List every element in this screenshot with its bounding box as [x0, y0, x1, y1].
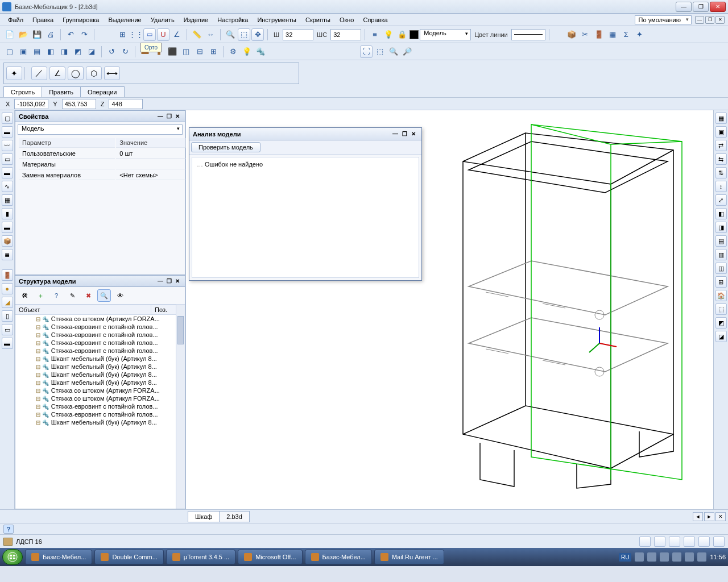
props-max-icon[interactable]: ❐ — [165, 113, 173, 119]
width-input[interactable] — [283, 29, 313, 40]
dimension-icon[interactable]: ↔ — [204, 28, 217, 41]
vp-zoom-region-icon[interactable]: ⬚ — [374, 45, 386, 58]
preset-combo[interactable]: По умолчанию — [635, 15, 692, 24]
polygon-tool-icon[interactable]: ⬡ — [86, 66, 102, 80]
rr-13-icon[interactable]: ⊞ — [715, 276, 727, 288]
rail-curve-icon[interactable]: ∿ — [2, 181, 13, 192]
x-input[interactable] — [14, 99, 48, 109]
rr-12-icon[interactable]: ◫ — [715, 263, 727, 274]
rail-countertop-icon[interactable]: ▭ — [2, 324, 13, 335]
rail-edge-icon[interactable]: 〰 — [2, 140, 13, 151]
struct-close-icon[interactable]: ✕ — [173, 278, 181, 284]
menu-edit[interactable]: Правка — [28, 15, 58, 24]
minimize-button[interactable]: — — [676, 2, 692, 12]
tree-item[interactable]: Стяжка-евровинт с потайной голов... — [15, 323, 176, 331]
rotate-ccw-icon[interactable]: ↺ — [105, 45, 118, 58]
tree-item[interactable]: Шкант мебельный (бук) (Артикул 8... — [15, 363, 176, 371]
task-item[interactable]: Double Comm... — [94, 550, 163, 564]
undo-icon[interactable]: ↶ — [64, 28, 77, 41]
rr-3-icon[interactable]: ⇄ — [715, 140, 727, 151]
tab-nav-prev-icon[interactable]: ◄ — [693, 512, 703, 521]
props-model-combo[interactable]: Модель — [18, 124, 183, 135]
props-pin-icon[interactable]: — — [156, 113, 165, 119]
status-btn-2[interactable] — [654, 537, 665, 547]
props-close-icon[interactable]: ✕ — [173, 113, 181, 119]
view-back-icon[interactable]: ◩ — [72, 45, 84, 58]
grid-icon[interactable]: ⋮⋮ — [130, 28, 142, 41]
task-item[interactable]: Mail.Ru Агент ... — [374, 550, 444, 564]
struct-scrollbar[interactable] — [176, 305, 185, 509]
doc-tab-1[interactable]: 2.b3d — [219, 511, 250, 522]
tray-icon[interactable] — [697, 552, 706, 562]
struct-pin-icon[interactable]: — — [156, 278, 165, 284]
struct-tool-del-icon[interactable]: ✖ — [81, 289, 95, 302]
menu-file[interactable]: Файл — [3, 15, 28, 24]
rr-2-icon[interactable]: ▣ — [715, 126, 727, 138]
rotate-cw-icon[interactable]: ↻ — [119, 45, 131, 58]
module-icon[interactable]: 📦 — [565, 28, 578, 41]
tree-item[interactable]: Шкант мебельный (бук) (Артикул 8... — [15, 379, 176, 386]
tree-item[interactable]: Стяжка со штоком (Артикул FORZA... — [15, 315, 176, 323]
sigma-icon[interactable]: Σ — [620, 28, 632, 41]
shade-icon[interactable]: ≡ — [369, 28, 381, 41]
view-front-icon[interactable]: ▢ — [3, 45, 16, 58]
rail-slab-icon[interactable]: ▬ — [2, 167, 13, 178]
open-icon[interactable]: 📂 — [17, 28, 30, 41]
start-button[interactable] — [2, 549, 23, 565]
tray-lang[interactable]: RU — [619, 553, 631, 562]
tree-item[interactable]: Шкант мебельный (бук) (Артикул 8... — [15, 418, 176, 426]
rail-wedge-icon[interactable]: ◢ — [2, 297, 13, 308]
y-input[interactable] — [62, 99, 96, 109]
view-iso-icon[interactable]: ◧ — [44, 45, 57, 58]
tree-item[interactable]: Стяжка со штоком (Артикул FORZA... — [15, 394, 176, 402]
tree-item[interactable]: Стяжка-евровинт с потайной голов... — [15, 402, 176, 410]
rail-plinth-icon[interactable]: ▬ — [2, 338, 13, 349]
angle-icon[interactable]: ∠ — [171, 28, 183, 41]
struct-tool-wrench-icon[interactable]: 🛠 — [18, 289, 31, 302]
new-icon[interactable]: 📄 — [3, 28, 16, 41]
cut-icon[interactable]: ✂ — [579, 28, 592, 41]
view-top-icon[interactable]: ▤ — [31, 45, 43, 58]
menu-tools[interactable]: Инструменты — [253, 15, 301, 24]
rr-11-icon[interactable]: ▥ — [715, 249, 727, 260]
rail-stack-icon[interactable]: ≣ — [2, 249, 13, 260]
analysis-check-button[interactable]: Проверить модель — [191, 142, 260, 152]
tree-item[interactable]: Стяжка-евровинт с потайной голов... — [15, 410, 176, 418]
rail-panel-icon[interactable]: ▢ — [2, 113, 13, 124]
task-item[interactable]: µTorrent 3.4.5 ... — [166, 550, 235, 564]
rail-grid-icon[interactable]: ▦ — [2, 194, 13, 206]
tree-item[interactable]: Стяжка-евровинт с потайной голов... — [15, 339, 176, 347]
hardware-icon[interactable]: 🔩 — [254, 45, 267, 58]
magnet-icon[interactable]: U — [157, 28, 169, 41]
tree-item[interactable]: Стяжка со штоком (Артикул FORZA... — [15, 386, 176, 394]
doc-tab-0[interactable]: Шкаф — [188, 511, 220, 522]
rr-15-icon[interactable]: ⬚ — [715, 304, 727, 315]
menu-scripts[interactable]: Скрипты — [301, 15, 335, 24]
vp-zoom-in-icon[interactable]: 🔍 — [387, 45, 400, 58]
pan-icon[interactable]: ✥ — [251, 28, 264, 41]
analysis-max-icon[interactable]: ❐ — [400, 131, 409, 137]
tab-build[interactable]: Строить — [3, 86, 42, 97]
analysis-close-icon[interactable]: ✕ — [409, 131, 418, 137]
snap-icon[interactable]: ⊞ — [116, 28, 129, 41]
tab-nav-close-icon[interactable]: ✕ — [715, 512, 726, 521]
rail-plate-icon[interactable]: ▬ — [2, 126, 13, 138]
menu-delete[interactable]: Удалить — [146, 15, 179, 24]
status-btn-5[interactable] — [698, 537, 710, 547]
status-btn-4[interactable] — [684, 537, 695, 547]
gear-icon[interactable]: ⚙ — [227, 45, 239, 58]
rail-sphere-icon[interactable]: ● — [2, 283, 13, 294]
axis-tool-icon[interactable]: ✦ — [6, 66, 22, 80]
task-item[interactable]: Microsoft Off... — [238, 550, 302, 564]
menu-help[interactable]: Справка — [358, 15, 392, 24]
tree-item[interactable]: Шкант мебельный (бук) (Артикул 8... — [15, 371, 176, 379]
tab-ops[interactable]: Операции — [80, 86, 124, 97]
rail-vert-icon[interactable]: ▮ — [2, 208, 13, 219]
rr-17-icon[interactable]: ◪ — [715, 331, 727, 342]
rr-10-icon[interactable]: ▤ — [715, 235, 727, 247]
find-icon[interactable]: 🔍 — [224, 28, 237, 41]
rr-1-icon[interactable]: ▦ — [715, 113, 727, 124]
print-icon[interactable]: 🖨 — [44, 28, 57, 41]
task-item[interactable]: Базис-Мебел... — [25, 550, 92, 564]
menu-selection[interactable]: Выделение — [104, 15, 146, 24]
